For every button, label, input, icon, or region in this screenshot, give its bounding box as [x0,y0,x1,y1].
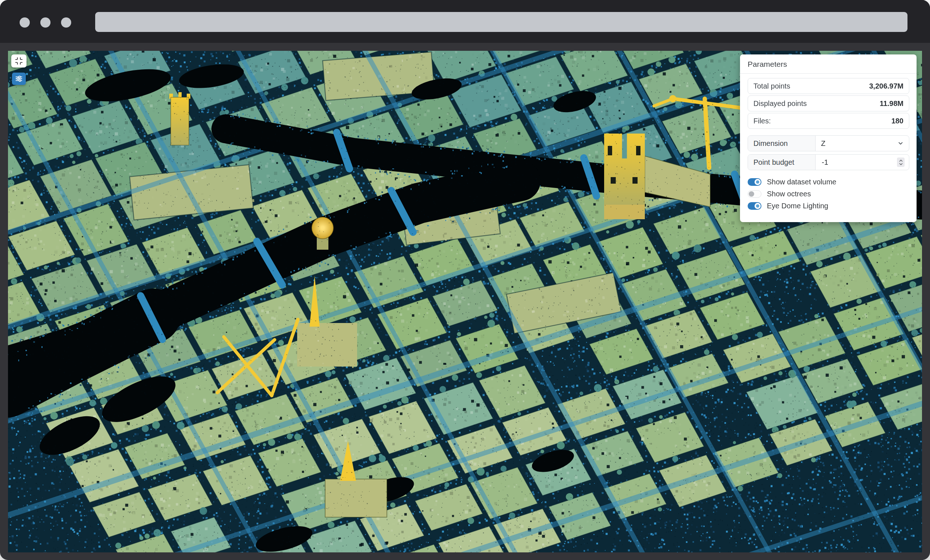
point-budget-control: Point budget [748,154,909,170]
panel-title: Parameters [740,54,916,74]
stat-label: Total points [753,82,790,91]
dimension-control: Dimension Z [748,135,909,151]
toggle-show-octrees: Show octrees [748,188,909,200]
dimension-select[interactable]: Z [816,136,909,151]
window-close-button[interactable] [20,17,30,28]
stat-label: Files: [753,117,771,125]
stat-value: 11.98M [879,100,904,108]
fit-view-button[interactable] [11,54,26,68]
octrees-switch[interactable] [748,190,761,198]
stat-total-points: Total points 3,206.97M [748,78,909,94]
parameters-toggle-button[interactable] [12,72,26,85]
browser-chrome [0,0,930,43]
toggle-label: Eye Dome Lighting [767,202,828,210]
stat-displayed-points: Displayed points 11.98M [748,95,909,111]
window-minimize-button[interactable] [40,17,51,28]
address-bar-input[interactable] [95,12,907,32]
chevron-down-icon [897,140,904,147]
spinner-up-icon[interactable] [899,160,903,162]
pointcloud-viewport[interactable]: Parameters Total points 3,206.97M Displa… [8,51,922,552]
number-spinner[interactable] [897,158,905,167]
toggle-label: Show octrees [767,190,811,198]
eye-dome-lighting-switch[interactable] [748,202,761,210]
stat-label: Displayed points [753,100,807,108]
toggle-label: Show dataset volume [767,178,836,186]
stat-value: 3,206.97M [869,82,904,91]
spinner-down-icon[interactable] [899,163,903,165]
dimension-label: Dimension [748,136,816,151]
dimension-value: Z [821,140,825,148]
parameters-panel: Parameters Total points 3,206.97M Displa… [740,54,916,222]
dataset-volume-switch[interactable] [748,178,761,186]
stat-files: Files: 180 [748,113,909,129]
toggle-show-dataset-volume: Show dataset volume [748,176,909,188]
point-budget-label: Point budget [748,155,816,170]
compress-icon [14,57,23,65]
sliders-icon [15,75,23,83]
window-maximize-button[interactable] [61,17,71,28]
browser-window: Parameters Total points 3,206.97M Displa… [0,0,930,560]
toggle-eye-dome-lighting: Eye Dome Lighting [748,200,909,212]
stat-value: 180 [892,117,904,125]
point-budget-input[interactable] [821,158,888,167]
